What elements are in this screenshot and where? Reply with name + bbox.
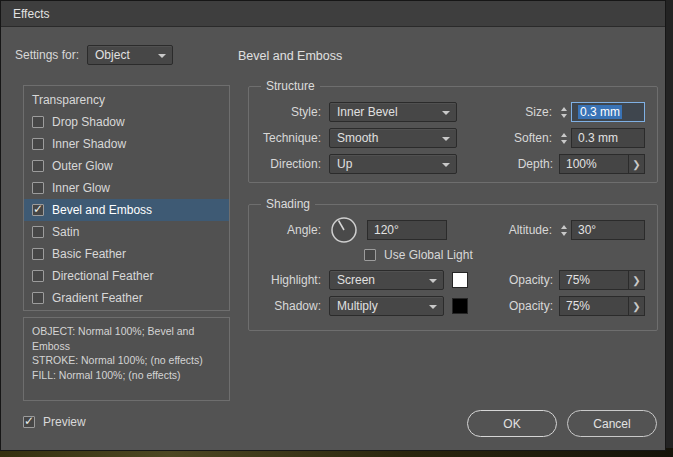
highlight-opacity-field[interactable]: 75% ❯ — [559, 270, 645, 290]
use-global-light-label: Use Global Light — [384, 248, 473, 262]
depth-field[interactable]: 100% ❯ — [559, 154, 645, 174]
shadow-mode-value: Multiply — [337, 299, 378, 313]
chevron-down-icon — [429, 305, 437, 309]
shadow-color-swatch[interactable] — [452, 298, 468, 314]
preview-label: Preview — [43, 415, 86, 429]
directional-feather-checkbox[interactable] — [32, 270, 44, 282]
soften-label: Soften: — [500, 131, 558, 145]
effects-summary-box: OBJECT: Normal 100%; Bevel and Emboss ST… — [23, 317, 230, 401]
settings-for-value: Object — [95, 48, 130, 62]
technique-value: Smooth — [337, 131, 378, 145]
settings-for-dropdown[interactable]: Object — [87, 45, 173, 65]
basic-feather-checkbox[interactable] — [32, 248, 44, 260]
highlight-color-swatch[interactable] — [452, 272, 468, 288]
list-item-satin[interactable]: Satin — [24, 221, 229, 243]
size-value: 0.3 mm — [578, 105, 622, 119]
list-item-label: Directional Feather — [52, 269, 153, 283]
spinner-down-icon[interactable] — [561, 114, 567, 118]
highlight-mode-value: Screen — [337, 273, 375, 287]
altitude-stepper[interactable] — [558, 220, 569, 240]
chevron-down-icon — [158, 54, 166, 58]
cancel-button[interactable]: Cancel — [567, 410, 657, 437]
soften-field[interactable]: 0.3 mm — [571, 128, 645, 148]
effects-list: Transparency Drop Shadow Inner Shadow Ou… — [23, 85, 230, 311]
spinner-up-icon[interactable] — [561, 133, 567, 137]
technique-label: Technique: — [259, 131, 329, 145]
list-item-label: Drop Shadow — [52, 115, 125, 129]
list-item-bevel-and-emboss[interactable]: Bevel and Emboss — [24, 199, 229, 221]
shadow-opacity-label: Opacity: — [501, 299, 559, 313]
style-row: Style: Inner Bevel Size: 0.3 mm — [259, 99, 645, 125]
list-item-drop-shadow[interactable]: Drop Shadow — [24, 111, 229, 133]
list-item-label: Basic Feather — [52, 247, 126, 261]
list-item-transparency[interactable]: Transparency — [24, 89, 229, 111]
use-global-light-checkbox[interactable] — [364, 249, 376, 261]
altitude-label: Altitude: — [500, 223, 558, 237]
list-item-label: Outer Glow — [52, 159, 113, 173]
spinner-down-icon[interactable] — [561, 232, 567, 236]
shadow-label: Shadow: — [259, 299, 329, 313]
list-item-outer-glow[interactable]: Outer Glow — [24, 155, 229, 177]
depth-label: Depth: — [501, 157, 559, 171]
angle-label: Angle: — [259, 223, 329, 237]
highlight-mode-dropdown[interactable]: Screen — [329, 270, 444, 290]
style-value: Inner Bevel — [337, 105, 398, 119]
gradient-feather-checkbox[interactable] — [32, 292, 44, 304]
technique-dropdown[interactable]: Smooth — [329, 128, 457, 148]
drop-shadow-checkbox[interactable] — [32, 116, 44, 128]
outer-glow-checkbox[interactable] — [32, 160, 44, 172]
ok-button[interactable]: OK — [467, 410, 557, 437]
chevron-down-icon — [442, 137, 450, 141]
slider-chevron-icon[interactable]: ❯ — [628, 271, 644, 289]
spinner-down-icon[interactable] — [561, 140, 567, 144]
list-item-inner-glow[interactable]: Inner Glow — [24, 177, 229, 199]
angle-field[interactable]: 120° — [367, 220, 447, 240]
highlight-row: Highlight: Screen Opacity: 75% ❯ — [259, 267, 645, 293]
soften-value: 0.3 mm — [578, 131, 618, 145]
soften-stepper[interactable] — [558, 128, 569, 148]
altitude-field[interactable]: 30° — [571, 220, 645, 240]
preview-checkbox[interactable] — [23, 416, 35, 428]
preview-row: Preview — [23, 415, 86, 429]
summary-line-stroke: STROKE: Normal 100%; (no effects) — [32, 353, 221, 368]
inner-glow-checkbox[interactable] — [32, 182, 44, 194]
size-label: Size: — [500, 105, 558, 119]
direction-dropdown[interactable]: Up — [329, 154, 457, 174]
list-item-gradient-feather[interactable]: Gradient Feather — [24, 287, 229, 309]
bevel-and-emboss-checkbox[interactable] — [32, 204, 44, 216]
direction-label: Direction: — [259, 157, 329, 171]
list-item-basic-feather[interactable]: Basic Feather — [24, 243, 229, 265]
summary-line-object: OBJECT: Normal 100%; Bevel and Emboss — [32, 324, 221, 353]
angle-row: Angle: 120° Altitude: 30° — [259, 217, 645, 243]
shadow-mode-dropdown[interactable]: Multiply — [329, 296, 444, 316]
list-item-label: Bevel and Emboss — [52, 203, 152, 217]
spinner-up-icon[interactable] — [561, 225, 567, 229]
list-item-directional-feather[interactable]: Directional Feather — [24, 265, 229, 287]
slider-chevron-icon[interactable]: ❯ — [628, 155, 644, 173]
direction-value: Up — [337, 157, 352, 171]
shadow-opacity-value: 75% — [560, 299, 628, 313]
chevron-down-icon — [442, 111, 450, 115]
shading-group: Shading Angle: 120° Altitude: 30° — [248, 197, 658, 331]
size-field[interactable]: 0.3 mm — [571, 102, 645, 122]
list-item-label: Gradient Feather — [52, 291, 143, 305]
spinner-up-icon[interactable] — [561, 107, 567, 111]
inner-shadow-checkbox[interactable] — [32, 138, 44, 150]
slider-chevron-icon[interactable]: ❯ — [628, 297, 644, 315]
settings-for-label: Settings for: — [15, 48, 79, 62]
list-item-label: Transparency — [32, 93, 105, 107]
list-item-inner-shadow[interactable]: Inner Shadow — [24, 133, 229, 155]
highlight-label: Highlight: — [259, 273, 329, 287]
style-label: Style: — [259, 105, 329, 119]
satin-checkbox[interactable] — [32, 226, 44, 238]
style-dropdown[interactable]: Inner Bevel — [329, 102, 457, 122]
direction-row: Direction: Up Depth: 100% ❯ — [259, 151, 645, 177]
angle-dial[interactable] — [329, 215, 359, 245]
shading-legend: Shading — [261, 197, 315, 211]
dialog-titlebar[interactable]: Effects — [1, 1, 665, 27]
size-stepper[interactable] — [558, 102, 569, 122]
summary-line-fill: FILL: Normal 100%; (no effects) — [32, 368, 221, 383]
shadow-opacity-field[interactable]: 75% ❯ — [559, 296, 645, 316]
highlight-opacity-label: Opacity: — [501, 273, 559, 287]
chevron-down-icon — [442, 163, 450, 167]
